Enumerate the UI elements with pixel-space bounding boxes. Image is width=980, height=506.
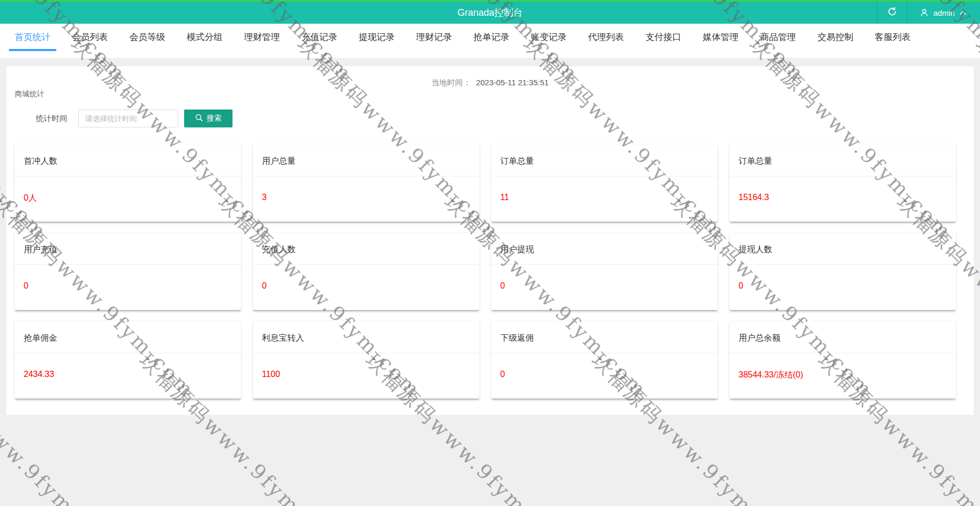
stat-card-title: 抢单佣金: [15, 321, 241, 353]
stat-card: 用户充值 0: [14, 232, 241, 310]
stat-card-value: 3: [253, 176, 479, 202]
stat-card-value: 0人: [15, 176, 241, 204]
stat-card-title: 订单总量: [491, 144, 718, 176]
user-name: admin: [933, 8, 955, 17]
search-icon: [195, 114, 203, 123]
stat-card-title: 用户总余额: [730, 321, 956, 353]
search-row: 统计时间 搜索: [6, 110, 233, 127]
section-label: 商城统计: [15, 90, 44, 99]
stat-card-value: 0: [253, 265, 479, 291]
stat-card: 利息宝转入 1100: [252, 321, 480, 399]
nav-tab[interactable]: 支付接口: [640, 24, 687, 51]
content-panel: 当地时间：2023-05-11 21:35:51 商城统计 统计时间 搜索 首冲…: [6, 66, 974, 415]
stat-card: 订单总量 11: [491, 144, 718, 222]
nav-tab[interactable]: 客服列表: [869, 24, 916, 51]
main-nav: 首页统计 会员列表 会员等级 模式分组 理财管理 充值记录 提现记录 理财记录 …: [0, 24, 980, 58]
nav-tab[interactable]: 媒体管理: [697, 24, 744, 51]
nav-tab[interactable]: 理财管理: [238, 24, 286, 51]
stat-card-value: 1100: [253, 353, 479, 379]
stat-card: 用户总余额 38544.33/冻结(0): [729, 321, 956, 399]
stat-card-title: 下级返佣: [491, 321, 718, 353]
stat-card-value: 0: [491, 265, 718, 291]
nav-tabs: 首页统计 会员列表 会员等级 模式分组 理财管理 充值记录 提现记录 理财记录 …: [0, 24, 980, 51]
stat-cards-grid: 首冲人数 0人 用户总量 3 订单总量 11 订单总量 15164.3 用户充值…: [14, 144, 956, 399]
stat-card-value: 0: [730, 265, 956, 291]
stat-card: 用户总量 3: [252, 144, 480, 222]
user-icon: [920, 8, 928, 17]
nav-tab[interactable]: 交易控制: [812, 24, 859, 51]
stat-card: 订单总量 15164.3: [729, 144, 956, 222]
stat-card-value: 0: [15, 265, 241, 291]
nav-tab[interactable]: 首页统计: [9, 24, 56, 51]
stat-card-title: 充值人数: [253, 233, 479, 265]
stat-card: 首冲人数 0人: [14, 144, 241, 222]
user-menu[interactable]: admin: [907, 2, 980, 24]
stat-card-value: 11: [491, 176, 718, 202]
chevron-up-icon: [959, 11, 966, 15]
nav-tab[interactable]: 充值记录: [296, 24, 343, 51]
stat-card-title: 利息宝转入: [253, 321, 479, 353]
nav-tab[interactable]: 模式分组: [181, 24, 228, 51]
stat-card-title: 提现人数: [730, 233, 956, 265]
local-time-value: 2023-05-11 21:35:51: [476, 78, 549, 87]
app-header: Granada控制台 admin: [0, 0, 980, 24]
nav-tab[interactable]: 会员等级: [124, 24, 171, 51]
stat-card: 抢单佣金 2434.33: [14, 321, 241, 399]
search-field-label: 统计时间: [36, 114, 67, 124]
nav-tab[interactable]: 抢单记录: [468, 24, 515, 51]
search-button[interactable]: 搜索: [184, 110, 233, 127]
header-actions: admin: [877, 2, 980, 24]
stat-time-input[interactable]: [78, 110, 178, 127]
local-time-label: 当地时间：: [431, 78, 471, 87]
stat-card: 下级返佣 0: [491, 321, 718, 399]
stat-card-value: 0: [491, 353, 718, 379]
stat-card: 用户提现 0: [491, 232, 718, 310]
nav-tab[interactable]: 账变记录: [525, 24, 572, 51]
nav-tab[interactable]: 理财记录: [410, 24, 458, 51]
local-time: 当地时间：2023-05-11 21:35:51: [6, 78, 974, 88]
stat-card-title: 首冲人数: [15, 144, 241, 176]
stat-card-value: 38544.33/冻结(0): [730, 353, 956, 381]
search-button-label: 搜索: [207, 114, 221, 123]
stat-card-value: 2434.33: [15, 353, 241, 379]
stat-card-title: 用户总量: [253, 144, 479, 176]
stat-card: 充值人数 0: [252, 232, 480, 310]
stat-card-value: 15164.3: [730, 176, 956, 202]
app-title: Granada控制台: [0, 2, 980, 24]
nav-tab[interactable]: 代理列表: [582, 24, 630, 51]
nav-tab[interactable]: 会员列表: [66, 24, 114, 51]
refresh-button[interactable]: [877, 2, 907, 24]
nav-tab[interactable]: 商品管理: [754, 24, 802, 51]
stat-card: 提现人数 0: [729, 232, 956, 310]
stat-card-title: 用户提现: [491, 233, 718, 265]
refresh-icon: [887, 7, 897, 18]
nav-tab[interactable]: 提现记录: [353, 24, 400, 51]
stat-card-title: 用户充值: [15, 233, 241, 265]
stat-card-title: 订单总量: [730, 144, 956, 176]
